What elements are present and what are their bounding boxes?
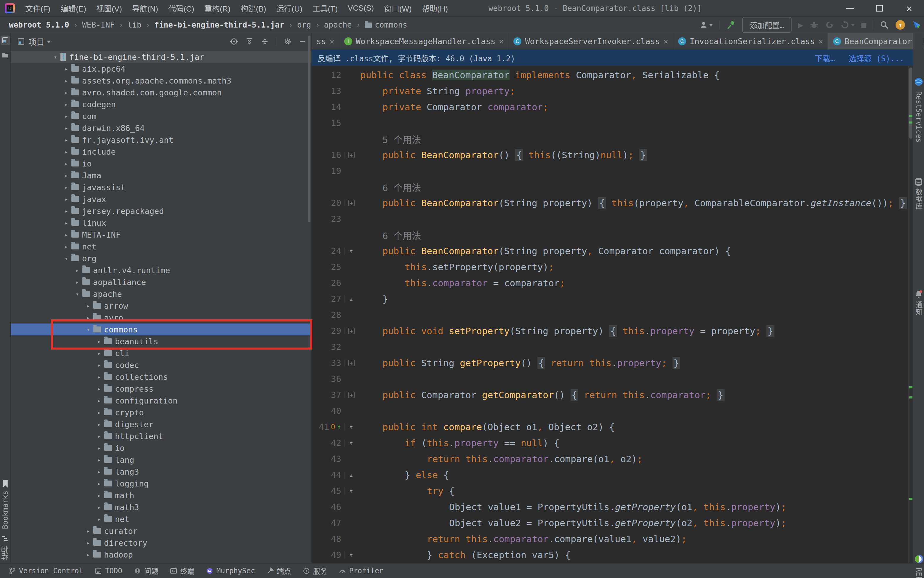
- tree-chevron-icon[interactable]: ▸: [61, 208, 71, 214]
- status-item-branch[interactable]: Version Control: [8, 567, 83, 575]
- profile-run-button[interactable]: [825, 20, 834, 29]
- close-icon[interactable]: ×: [499, 37, 503, 46]
- close-icon[interactable]: ×: [330, 37, 335, 46]
- collapse-all-icon[interactable]: [261, 37, 269, 45]
- choose-sources-link[interactable]: 选择源 (S)...: [848, 52, 904, 63]
- fold-expand-icon[interactable]: +: [348, 152, 355, 158]
- tree-chevron-icon[interactable]: ▸: [61, 89, 71, 96]
- tree-row[interactable]: ▸crypto: [11, 406, 311, 418]
- tree-row[interactable]: ▸aopalliance: [11, 276, 311, 288]
- tree-row[interactable]: ▸logging: [11, 477, 311, 489]
- add-configuration-button[interactable]: 添加配置…: [742, 17, 792, 33]
- debug-button[interactable]: [810, 20, 818, 29]
- tree-chevron-icon[interactable]: ▸: [61, 219, 71, 226]
- fold-expand-icon[interactable]: +: [348, 200, 355, 206]
- hide-panel-icon[interactable]: [299, 37, 307, 45]
- tree-row[interactable]: ▾fine-bi-engine-third-5.1.jar: [11, 51, 311, 63]
- tree-row[interactable]: ▸jersey.repackaged: [11, 205, 311, 217]
- tool-button-repl-label[interactable]: REPL: [913, 568, 924, 578]
- locate-file-icon[interactable]: [230, 37, 238, 45]
- ide-plugin-icon[interactable]: [911, 20, 921, 29]
- tool-button-database-label[interactable]: 数据库: [913, 188, 924, 210]
- tree-row[interactable]: ▸arrow: [11, 300, 311, 312]
- menu-item[interactable]: 视图(V): [91, 0, 127, 16]
- fold-expand-icon[interactable]: +: [348, 360, 355, 366]
- minimize-button[interactable]: [835, 0, 865, 16]
- fold-collapse-icon[interactable]: ▿: [349, 439, 353, 447]
- fold-expand-icon[interactable]: +: [348, 392, 355, 398]
- tool-button-structure-label[interactable]: 结构: [0, 546, 10, 560]
- tree-row[interactable]: ▸curator: [11, 525, 311, 537]
- tree-row[interactable]: ▸include: [11, 146, 311, 157]
- status-item-murphysec[interactable]: MurphySec: [206, 567, 255, 575]
- tree-chevron-icon[interactable]: ▸: [61, 65, 71, 72]
- tree-row[interactable]: ▸javassist: [11, 181, 311, 193]
- tool-button-notifications[interactable]: [913, 290, 924, 299]
- breadcrumb-item[interactable]: commons: [375, 20, 408, 29]
- tree-row[interactable]: ▸lang3: [11, 466, 311, 477]
- tree-row[interactable]: ▸io: [11, 442, 311, 454]
- tree-row[interactable]: ▸math: [11, 489, 311, 501]
- stop-button[interactable]: ■: [861, 20, 866, 30]
- tree-chevron-icon[interactable]: ▸: [94, 421, 104, 427]
- fold-collapse-icon[interactable]: ▿: [349, 247, 353, 255]
- tree-chevron-icon[interactable]: ▾: [50, 54, 60, 60]
- tree-row[interactable]: ▸configuration: [11, 395, 311, 406]
- tree-row[interactable]: ▸collections: [11, 371, 311, 383]
- tree-chevron-icon[interactable]: ▸: [61, 148, 71, 155]
- tree-chevron-icon[interactable]: ▸: [61, 172, 71, 179]
- menu-item[interactable]: 运行(U): [271, 0, 307, 16]
- menu-item[interactable]: VCS(S): [343, 0, 379, 16]
- status-item-terminal[interactable]: 终端: [170, 565, 195, 576]
- tool-button-bookmarks[interactable]: [0, 480, 10, 488]
- breadcrumb-item[interactable]: fine-bi-engine-third-5.1.jar: [154, 20, 284, 29]
- editor-tab[interactable]: IWorkspaceMessageHandler.class×: [339, 33, 509, 49]
- tree-chevron-icon[interactable]: ▸: [94, 397, 104, 404]
- status-item-services[interactable]: 服务: [302, 565, 327, 576]
- fold-collapse-icon[interactable]: ▿: [349, 423, 353, 431]
- tree-chevron-icon[interactable]: ▸: [61, 231, 71, 238]
- tree-chevron-icon[interactable]: ▸: [61, 196, 71, 202]
- tool-button-project[interactable]: [0, 36, 10, 45]
- tree-row[interactable]: ▸hadoop: [11, 549, 311, 560]
- tree-row[interactable]: ▸net: [11, 240, 311, 252]
- menu-item[interactable]: 编辑(E): [55, 0, 91, 16]
- search-everywhere-button[interactable]: [880, 20, 889, 29]
- close-icon[interactable]: ×: [818, 37, 823, 46]
- tree-chevron-icon[interactable]: ▸: [83, 539, 93, 546]
- tree-chevron-icon[interactable]: ▾: [61, 255, 71, 261]
- tree-chevron-icon[interactable]: ▸: [61, 136, 71, 143]
- menu-item[interactable]: 窗口(W): [379, 0, 417, 16]
- tree-chevron-icon[interactable]: ▸: [61, 184, 71, 190]
- tree-row[interactable]: ▸lang: [11, 454, 311, 466]
- fold-collapse-icon[interactable]: ▵: [349, 295, 353, 303]
- close-button[interactable]: ×: [895, 0, 924, 16]
- build-hammer-button[interactable]: [726, 20, 736, 29]
- tree-chevron-icon[interactable]: ▸: [61, 243, 71, 250]
- editor-scrollbar-thumb[interactable]: [909, 68, 913, 139]
- tree-chevron-icon[interactable]: ▸: [94, 504, 104, 510]
- editor-tab[interactable]: CWorkspaceServerInvoker.class×: [509, 33, 673, 49]
- tree-row[interactable]: ▸darwin.x86_64: [11, 122, 311, 134]
- menu-item[interactable]: 帮助(H): [417, 0, 453, 16]
- code-editor[interactable]: 12public class BeanComparator implements…: [312, 66, 908, 563]
- tree-chevron-icon[interactable]: ▸: [94, 362, 104, 368]
- tree-chevron-icon[interactable]: ▸: [61, 160, 71, 167]
- tool-button-repl[interactable]: [913, 555, 924, 563]
- tree-row[interactable]: ▸linux: [11, 217, 311, 229]
- tree-row[interactable]: ▸directory: [11, 537, 311, 549]
- tool-button-structure[interactable]: [0, 535, 10, 542]
- tree-chevron-icon[interactable]: ▸: [94, 468, 104, 475]
- fold-expand-icon[interactable]: +: [348, 328, 355, 334]
- tree-chevron-icon[interactable]: ▸: [94, 373, 104, 380]
- tree-row[interactable]: ▾org: [11, 252, 311, 264]
- maximize-button[interactable]: [865, 0, 895, 16]
- menu-item[interactable]: 工具(T): [307, 0, 343, 16]
- tree-chevron-icon[interactable]: ▸: [94, 480, 104, 487]
- tree-row[interactable]: ▸io: [11, 157, 311, 169]
- tree-chevron-icon[interactable]: ▸: [94, 409, 104, 416]
- tree-chevron-icon[interactable]: ▸: [83, 551, 93, 558]
- breadcrumb-item[interactable]: org: [297, 20, 311, 29]
- run-button[interactable]: ▶: [798, 20, 803, 30]
- tree-row[interactable]: ▸net: [11, 513, 311, 525]
